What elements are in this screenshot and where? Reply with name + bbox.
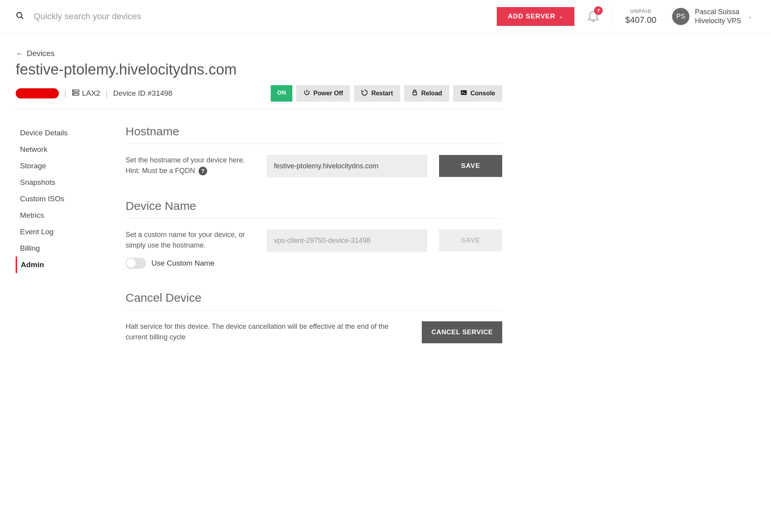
reload-icon bbox=[411, 89, 418, 98]
sidebar-item-storage[interactable]: Storage bbox=[16, 158, 110, 174]
content: Device Details Network Storage Snapshots… bbox=[16, 125, 502, 365]
restart-button[interactable]: Restart bbox=[354, 85, 400, 102]
device-name-desc: Set a custom name for your device, or si… bbox=[126, 230, 255, 269]
svg-rect-6 bbox=[413, 92, 416, 95]
sidebar-item-billing[interactable]: Billing bbox=[16, 240, 110, 257]
search-icon[interactable] bbox=[16, 11, 24, 22]
cancel-desc: Halt service for this device. The device… bbox=[126, 321, 410, 343]
reload-button[interactable]: Reload bbox=[404, 85, 449, 102]
section-cancel-device: Cancel Device Halt service for this devi… bbox=[126, 291, 502, 343]
avatar: PS bbox=[672, 8, 689, 25]
status-badge: ON bbox=[271, 85, 292, 102]
sidebar-item-snapshots[interactable]: Snapshots bbox=[16, 174, 110, 191]
user-org: Hivelocity VPS bbox=[695, 16, 741, 26]
search-input[interactable] bbox=[34, 11, 191, 22]
custom-name-toggle[interactable] bbox=[126, 258, 146, 269]
add-server-label: ADD SERVER bbox=[508, 13, 555, 20]
sidebar-item-custom-isos[interactable]: Custom ISOs bbox=[16, 191, 110, 207]
hostname-desc: Set the hostname of your device here. Hi… bbox=[126, 155, 255, 176]
svg-rect-7 bbox=[461, 90, 467, 95]
cancel-service-button[interactable]: CANCEL SERVICE bbox=[422, 321, 502, 343]
page-title: festive-ptolemy.hivelocitydns.com bbox=[16, 61, 502, 78]
add-server-button[interactable]: ADD SERVER ⌄ bbox=[497, 7, 574, 26]
ip-pill bbox=[16, 88, 59, 98]
toggle-row: Use Custom Name bbox=[126, 258, 255, 269]
hostname-input[interactable] bbox=[267, 155, 427, 177]
console-button[interactable]: Console bbox=[453, 85, 502, 102]
search-wrap bbox=[16, 11, 489, 22]
user-text: Pascal Suissa Hivelocity VPS bbox=[695, 7, 741, 26]
section-title-device-name: Device Name bbox=[126, 199, 502, 219]
device-name-input bbox=[267, 230, 427, 252]
device-name-save-button: SAVE bbox=[439, 230, 502, 251]
device-id: Device ID #31498 bbox=[113, 89, 172, 98]
user-name: Pascal Suissa bbox=[695, 7, 741, 16]
sidebar-item-metrics[interactable]: Metrics bbox=[16, 207, 110, 224]
device-actions: ON Power Off Restart Reload Console bbox=[271, 85, 502, 102]
cancel-row: Halt service for this device. The device… bbox=[126, 321, 502, 343]
svg-line-1 bbox=[21, 17, 24, 19]
chevron-down-icon: ⌄ bbox=[559, 14, 563, 19]
toggle-label: Use Custom Name bbox=[151, 258, 215, 269]
page-body: ← Devices festive-ptolemy.hivelocitydns.… bbox=[0, 33, 518, 389]
notifications-button[interactable]: 7 bbox=[582, 9, 604, 24]
power-icon bbox=[303, 89, 310, 98]
svg-point-0 bbox=[17, 13, 22, 18]
unpaid-label: UNPAID bbox=[625, 8, 656, 14]
notification-badge: 7 bbox=[594, 6, 603, 15]
sidebar-item-event-log[interactable]: Event Log bbox=[16, 224, 110, 240]
hostname-save-button[interactable]: SAVE bbox=[439, 155, 502, 177]
sidebar-item-device-details[interactable]: Device Details bbox=[16, 125, 110, 141]
sidebar: Device Details Network Storage Snapshots… bbox=[16, 125, 110, 365]
facility-code: LAX2 bbox=[82, 89, 100, 98]
restart-label: Restart bbox=[371, 90, 393, 97]
arrow-left-icon: ← bbox=[16, 49, 24, 58]
breadcrumb-back[interactable]: ← Devices bbox=[16, 49, 502, 58]
section-title-cancel: Cancel Device bbox=[126, 291, 502, 310]
reload-label: Reload bbox=[421, 90, 442, 97]
facility: LAX2 bbox=[72, 89, 100, 98]
divider bbox=[612, 7, 612, 26]
hostname-desc-line2: Hint: Must be a FQDN bbox=[126, 167, 195, 175]
section-title-hostname: Hostname bbox=[126, 125, 502, 144]
hostname-row: Set the hostname of your device here. Hi… bbox=[126, 155, 502, 177]
section-hostname: Hostname Set the hostname of your device… bbox=[126, 125, 502, 177]
device-name-desc-text: Set a custom name for your device, or si… bbox=[126, 231, 245, 249]
console-icon bbox=[460, 89, 467, 98]
power-off-label: Power Off bbox=[314, 90, 343, 97]
top-bar: ADD SERVER ⌄ 7 UNPAID $407.00 PS Pascal … bbox=[0, 0, 771, 33]
meta-sep: | bbox=[106, 89, 108, 98]
unpaid-block[interactable]: UNPAID $407.00 bbox=[620, 8, 661, 25]
main: Hostname Set the hostname of your device… bbox=[126, 125, 502, 365]
help-icon[interactable]: ? bbox=[199, 167, 207, 175]
svg-point-4 bbox=[74, 91, 74, 91]
sidebar-item-admin[interactable]: Admin bbox=[16, 257, 110, 273]
server-icon bbox=[72, 89, 80, 98]
section-device-name: Device Name Set a custom name for your d… bbox=[126, 199, 502, 269]
svg-point-5 bbox=[74, 94, 74, 94]
breadcrumb-label: Devices bbox=[27, 49, 55, 58]
power-off-button[interactable]: Power Off bbox=[296, 85, 350, 102]
hostname-desc-line1: Set the hostname of your device here. bbox=[126, 156, 245, 164]
toggle-knob bbox=[126, 259, 136, 268]
device-meta-left: | LAX2 | Device ID #31498 bbox=[16, 88, 172, 98]
sidebar-item-network[interactable]: Network bbox=[16, 141, 110, 158]
user-menu[interactable]: PS Pascal Suissa Hivelocity VPS ⌄ bbox=[669, 7, 755, 26]
unpaid-amount: $407.00 bbox=[625, 15, 656, 25]
chevron-down-icon: ⌄ bbox=[748, 14, 752, 19]
meta-sep: | bbox=[64, 89, 66, 98]
device-name-row: Set a custom name for your device, or si… bbox=[126, 230, 502, 269]
console-label: Console bbox=[470, 90, 495, 97]
device-meta-row: | LAX2 | Device ID #31498 ON Power Off R… bbox=[16, 85, 502, 109]
restart-icon bbox=[361, 89, 368, 98]
